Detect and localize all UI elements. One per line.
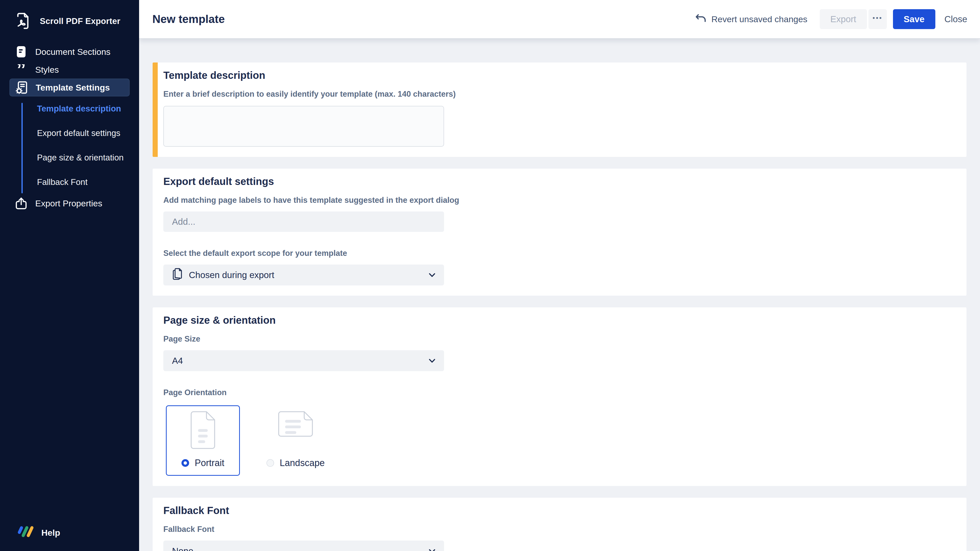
help-button[interactable]: Help — [16, 524, 60, 541]
orientation-options: Portrait Landscape — [163, 405, 951, 476]
page-size-select[interactable]: A4 — [163, 350, 444, 371]
section-template-description: Template description Enter a brief descr… — [153, 62, 966, 157]
sidebar: Scroll PDF Exporter Document Sections ” … — [0, 0, 139, 551]
page-orientation-field-label: Page Orientation — [163, 388, 951, 397]
page-labels-field-label: Add matching page labels to have this te… — [163, 196, 951, 205]
export-scope-field-label: Select the default export scope for your… — [163, 249, 951, 258]
share-export-icon — [15, 197, 27, 210]
sidebar-item-label: Document Sections — [35, 47, 110, 57]
orientation-option-landscape[interactable]: Landscape — [266, 405, 325, 468]
sidebar-item-template-settings[interactable]: Template Settings — [10, 79, 130, 97]
section-page-size-orientation: Page size & orientation Page Size A4 Pag… — [153, 307, 966, 486]
more-options-button[interactable]: ••• — [869, 9, 887, 29]
revert-unsaved-changes-button[interactable]: Revert unsaved changes — [695, 14, 807, 25]
export-scope-select[interactable]: Chosen during export — [163, 265, 444, 286]
landscape-radio[interactable] — [266, 459, 274, 467]
portrait-label: Portrait — [195, 457, 224, 468]
section-title: Fallback Font — [163, 504, 951, 516]
document-gear-icon — [16, 81, 27, 94]
page-size-value: A4 — [172, 356, 183, 366]
chevron-down-icon — [429, 359, 435, 363]
template-description-textarea[interactable] — [163, 106, 444, 147]
page-size-field-label: Page Size — [163, 334, 951, 344]
quotes-icon: ” — [15, 64, 27, 75]
app-title: Scroll PDF Exporter — [40, 16, 121, 26]
app-logo-row: Scroll PDF Exporter — [0, 0, 139, 41]
fallback-font-select[interactable]: None — [163, 540, 444, 551]
export-button[interactable]: Export — [820, 9, 867, 29]
section-export-default-settings: Export default settings Add matching pag… — [153, 168, 966, 295]
undo-icon — [695, 14, 706, 25]
export-scope-value: Chosen during export — [189, 270, 274, 280]
pdf-document-icon — [16, 12, 29, 30]
sidebar-item-styles[interactable]: ” Styles — [10, 61, 130, 79]
help-label: Help — [41, 528, 60, 538]
subnav-item-fallback-font[interactable]: Fallback Font — [0, 170, 139, 194]
book-icon — [15, 46, 27, 58]
sidebar-nav: Document Sections ” Styles Templa — [0, 43, 139, 212]
sidebar-item-export-properties[interactable]: Export Properties — [10, 194, 130, 212]
header-actions: Revert unsaved changes Export ••• Save C… — [695, 9, 967, 29]
section-title: Template description — [163, 69, 951, 81]
page-title: New template — [152, 13, 225, 25]
orientation-option-portrait[interactable]: Portrait — [166, 405, 240, 476]
main-content: Template description Enter a brief descr… — [139, 39, 980, 551]
chevron-down-icon — [429, 549, 435, 551]
sidebar-item-label: Styles — [35, 65, 59, 75]
landscape-label: Landscape — [280, 457, 325, 468]
section-fallback-font: Fallback Font Fallback Font None — [153, 498, 966, 551]
k15t-logo-icon — [16, 524, 35, 541]
header: New template Revert unsaved changes Expo… — [139, 0, 980, 39]
page-labels-input[interactable] — [163, 211, 444, 232]
sidebar-item-label: Export Properties — [35, 198, 102, 208]
pages-copy-icon — [172, 268, 182, 282]
portrait-page-icon — [190, 411, 215, 453]
sidebar-item-document-sections[interactable]: Document Sections — [10, 43, 130, 61]
chevron-down-icon — [429, 273, 435, 277]
description-field-label: Enter a brief description to easily iden… — [163, 89, 951, 99]
subnav-item-page-size-orientation[interactable]: Page size & orientation — [0, 145, 139, 170]
subnav-item-export-default-settings[interactable]: Export default settings — [0, 121, 139, 145]
landscape-page-icon — [278, 411, 313, 453]
revert-label: Revert unsaved changes — [711, 14, 807, 24]
save-button[interactable]: Save — [893, 9, 935, 29]
sidebar-item-label: Template Settings — [36, 83, 110, 93]
fallback-font-field-label: Fallback Font — [163, 525, 951, 534]
section-title: Export default settings — [163, 175, 951, 187]
section-title: Page size & orientation — [163, 314, 951, 326]
close-button[interactable]: Close — [945, 14, 967, 24]
fallback-font-value: None — [172, 546, 193, 551]
portrait-radio[interactable] — [181, 459, 189, 467]
subnav-item-template-description[interactable]: Template description — [0, 97, 139, 121]
template-settings-subnav: Template description Export default sett… — [0, 97, 139, 194]
